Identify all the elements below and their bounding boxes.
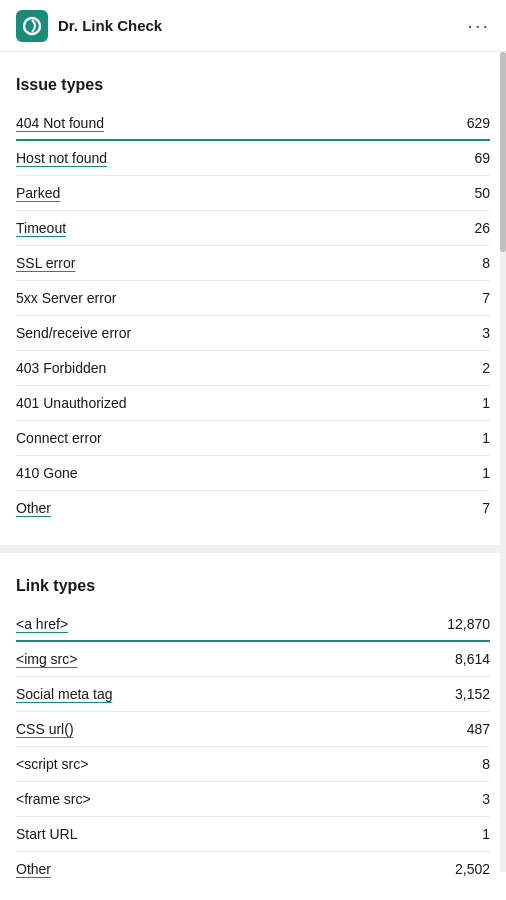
link-types-row-0[interactable]: <a href> 12,870 — [16, 607, 490, 642]
link-value-3: 487 — [440, 721, 490, 737]
issue-label-7: 403 Forbidden — [16, 360, 440, 376]
issue-label-4: SSL error — [16, 255, 440, 271]
link-label-3: CSS url() — [16, 721, 440, 737]
issue-types-title: Issue types — [16, 76, 490, 94]
link-value-5: 3 — [440, 791, 490, 807]
link-types-row-5[interactable]: <frame src> 3 — [16, 782, 490, 817]
link-types-title: Link types — [16, 577, 490, 595]
issue-label-6: Send/receive error — [16, 325, 440, 341]
issue-types-row-2[interactable]: Parked 50 — [16, 176, 490, 211]
issue-value-4: 8 — [440, 255, 490, 271]
issue-types-row-6[interactable]: Send/receive error 3 — [16, 316, 490, 351]
header: Dr. Link Check ··· — [0, 0, 506, 52]
link-types-section: Link types <a href> 12,870 <img src> 8,6… — [16, 577, 490, 886]
issue-label-5: 5xx Server error — [16, 290, 440, 306]
link-value-0: 12,870 — [440, 616, 490, 632]
issue-value-5: 7 — [440, 290, 490, 306]
issue-label-1: Host not found — [16, 150, 440, 166]
issue-types-row-4[interactable]: SSL error 8 — [16, 246, 490, 281]
issue-label-3: Timeout — [16, 220, 440, 236]
link-label-5: <frame src> — [16, 791, 440, 807]
issue-types-row-5[interactable]: 5xx Server error 7 — [16, 281, 490, 316]
more-options-button[interactable]: ··· — [467, 14, 490, 37]
issue-types-row-9[interactable]: Connect error 1 — [16, 421, 490, 456]
app-title: Dr. Link Check — [58, 17, 162, 34]
issue-types-row-10[interactable]: 410 Gone 1 — [16, 456, 490, 491]
issue-value-10: 1 — [440, 465, 490, 481]
issue-label-11: Other — [16, 500, 440, 516]
issue-label-10: 410 Gone — [16, 465, 440, 481]
link-types-row-1[interactable]: <img src> 8,614 — [16, 642, 490, 677]
issue-types-row-8[interactable]: 401 Unauthorized 1 — [16, 386, 490, 421]
issue-value-2: 50 — [440, 185, 490, 201]
issue-value-8: 1 — [440, 395, 490, 411]
link-types-row-4[interactable]: <script src> 8 — [16, 747, 490, 782]
issue-types-row-0[interactable]: 404 Not found 629 — [16, 106, 490, 141]
issue-value-0: 629 — [440, 115, 490, 131]
app-logo — [16, 10, 48, 42]
issue-types-row-11[interactable]: Other 7 — [16, 491, 490, 525]
issue-value-6: 3 — [440, 325, 490, 341]
link-value-7: 2,502 — [440, 861, 490, 877]
link-value-1: 8,614 — [440, 651, 490, 667]
link-label-6: Start URL — [16, 826, 440, 842]
issue-types-row-1[interactable]: Host not found 69 — [16, 141, 490, 176]
link-value-4: 8 — [440, 756, 490, 772]
link-value-6: 1 — [440, 826, 490, 842]
link-types-row-6[interactable]: Start URL 1 — [16, 817, 490, 852]
scrollbar[interactable] — [500, 52, 506, 872]
link-label-0: <a href> — [16, 616, 440, 632]
link-types-row-3[interactable]: CSS url() 487 — [16, 712, 490, 747]
logo-icon — [22, 16, 42, 36]
issue-label-8: 401 Unauthorized — [16, 395, 440, 411]
issue-label-0: 404 Not found — [16, 115, 440, 131]
issue-value-1: 69 — [440, 150, 490, 166]
issue-label-2: Parked — [16, 185, 440, 201]
page-wrapper: Dr. Link Check ··· Issue types 404 Not f… — [0, 0, 506, 886]
link-label-4: <script src> — [16, 756, 440, 772]
issue-value-9: 1 — [440, 430, 490, 446]
link-value-2: 3,152 — [440, 686, 490, 702]
issue-types-section: Issue types 404 Not found 629 Host not f… — [16, 76, 490, 525]
issue-types-row-3[interactable]: Timeout 26 — [16, 211, 490, 246]
issue-value-7: 2 — [440, 360, 490, 376]
main-content: Issue types 404 Not found 629 Host not f… — [0, 52, 506, 525]
link-types-row-7[interactable]: Other 2,502 — [16, 852, 490, 886]
link-types-content: Link types <a href> 12,870 <img src> 8,6… — [0, 553, 506, 886]
issue-value-11: 7 — [440, 500, 490, 516]
issue-value-3: 26 — [440, 220, 490, 236]
scrollbar-thumb[interactable] — [500, 52, 506, 252]
link-label-1: <img src> — [16, 651, 440, 667]
header-left: Dr. Link Check — [16, 10, 162, 42]
section-divider — [0, 545, 506, 553]
link-label-7: Other — [16, 861, 440, 877]
issue-label-9: Connect error — [16, 430, 440, 446]
link-label-2: Social meta tag — [16, 686, 440, 702]
issue-types-row-7[interactable]: 403 Forbidden 2 — [16, 351, 490, 386]
link-types-row-2[interactable]: Social meta tag 3,152 — [16, 677, 490, 712]
